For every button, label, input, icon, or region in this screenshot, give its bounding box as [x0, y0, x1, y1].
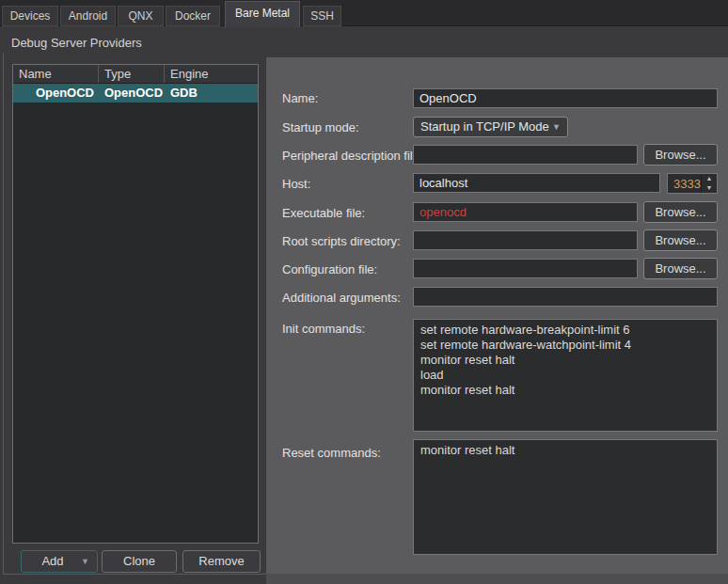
executable-file-label: Executable file: [282, 206, 365, 220]
additional-arguments-input[interactable] [413, 287, 718, 307]
column-header-name[interactable]: Name [13, 65, 99, 83]
chevron-down-icon: ▼ [552, 118, 561, 136]
startup-mode-select[interactable]: Startup in TCP/IP Mode ▼ [413, 117, 568, 137]
panel-bottom-band [266, 574, 728, 584]
add-button-label: Add [41, 554, 63, 568]
tab-ssh[interactable]: SSH [303, 6, 341, 26]
tab-bar: Devices Android QNX Docker Bare Metal SS… [0, 0, 728, 26]
cell-type: OpenOCD [99, 84, 165, 103]
host-label: Host: [282, 177, 310, 191]
clone-button[interactable]: Clone [102, 550, 177, 573]
peripheral-file-label: Peripheral description file: [282, 149, 423, 163]
init-commands-label: Init commands: [282, 322, 365, 336]
configuration-file-label: Configuration file: [282, 262, 377, 276]
configuration-file-browse-button[interactable]: Browse... [643, 258, 718, 279]
cell-name: OpenOCD [13, 84, 99, 103]
name-label: Name: [282, 91, 318, 105]
executable-file-input[interactable] [413, 202, 638, 222]
providers-table: Name Type Engine OpenOCD OpenOCD GDB [12, 64, 259, 544]
root-scripts-browse-button[interactable]: Browse... [643, 229, 718, 251]
name-input[interactable] [413, 88, 718, 108]
table-header: Name Type Engine [13, 65, 258, 84]
executable-file-browse-button[interactable]: Browse... [643, 201, 718, 223]
options-window: Devices Android QNX Docker Bare Metal SS… [0, 0, 728, 584]
spin-up-icon[interactable]: ▲ [702, 174, 717, 183]
groupbox-border-bottom [3, 574, 266, 575]
add-button[interactable]: Add ▼ [21, 550, 98, 573]
startup-mode-label: Startup mode: [282, 120, 359, 134]
tab-devices[interactable]: Devices [2, 6, 58, 26]
column-header-engine[interactable]: Engine [165, 65, 258, 83]
reset-commands-textarea[interactable]: monitor reset halt [413, 439, 718, 555]
groupbox-border-left [3, 53, 4, 575]
root-scripts-label: Root scripts directory: [282, 234, 401, 248]
peripheral-file-input[interactable] [413, 145, 638, 165]
table-row[interactable]: OpenOCD OpenOCD GDB [13, 84, 258, 103]
cell-engine: GDB [165, 84, 258, 103]
port-input[interactable] [668, 174, 701, 193]
tab-qnx[interactable]: QNX [118, 6, 164, 26]
spin-down-icon[interactable]: ▼ [702, 183, 717, 193]
init-commands-textarea[interactable]: set remote hardware-breakpoint-limit 6 s… [413, 319, 718, 432]
configuration-file-input[interactable] [413, 259, 638, 278]
spinner-arrows: ▲ ▼ [701, 174, 717, 193]
reset-commands-label: Reset commands: [282, 446, 381, 460]
column-header-type[interactable]: Type [99, 65, 165, 83]
peripheral-file-browse-button[interactable]: Browse... [643, 144, 718, 166]
section-title: Debug Server Providers [11, 36, 142, 50]
chevron-down-icon: ▼ [81, 551, 89, 572]
port-spinner[interactable]: ▲ ▼ [667, 173, 718, 194]
tab-bare-metal[interactable]: Bare Metal [225, 1, 300, 27]
tab-android[interactable]: Android [60, 6, 116, 26]
startup-mode-value: Startup in TCP/IP Mode [420, 119, 549, 134]
root-scripts-input[interactable] [413, 230, 638, 250]
additional-arguments-label: Additional arguments: [282, 291, 401, 305]
host-input[interactable] [413, 173, 660, 193]
remove-button[interactable]: Remove [182, 550, 261, 573]
tab-docker[interactable]: Docker [166, 6, 220, 26]
